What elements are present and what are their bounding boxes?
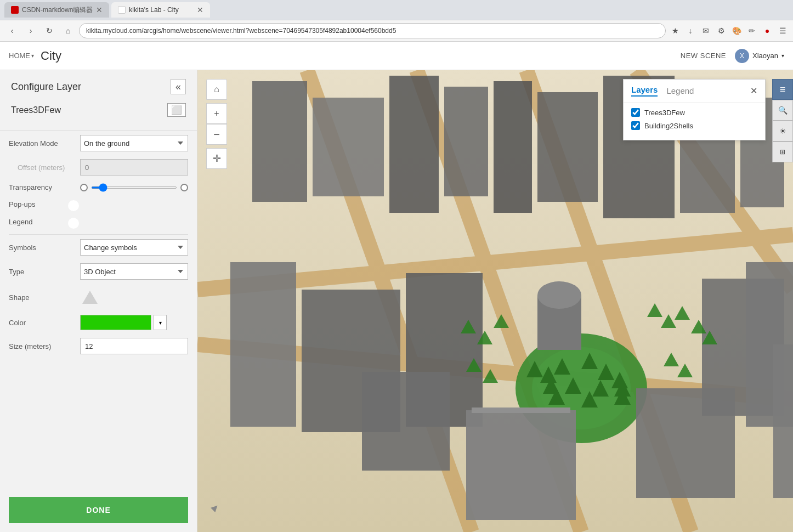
shape-label: Shape [9,293,80,302]
address-text: kikita.mycloud.com/arcgis/home/webscene/… [86,27,396,35]
compass-icon: ▲ [207,499,224,516]
user-name: Xiaoyan [752,52,778,60]
sun-lighting-button[interactable]: ☀ [772,121,793,142]
offset-row: Offset (meters) [9,159,188,176]
shape-row: Shape [9,287,188,307]
svg-rect-11 [494,81,532,213]
svg-point-54 [537,281,581,309]
red-icon[interactable]: ● [761,25,773,37]
edit-icon[interactable]: ✏ [746,25,758,37]
size-input[interactable] [80,338,188,354]
building-layer-checkbox[interactable] [631,121,640,130]
svg-rect-49 [472,408,570,413]
menu-icon[interactable]: ☰ [777,25,789,37]
email-icon[interactable]: ✉ [700,25,712,37]
size-row: Size (meters) [9,338,188,354]
bookmark-icon[interactable]: ★ [669,25,681,37]
layer-expand-button[interactable]: ⬜ [167,103,186,117]
legend-tab[interactable]: Legend [666,86,694,95]
app-bar: HOME ▾ City NEW SCENE X Xiaoyan ▾ [0,42,793,70]
layers-panel-close-icon[interactable]: ✕ [750,86,757,96]
app-bar-right: NEW SCENE X Xiaoyan ▾ [681,49,784,63]
shape-preview[interactable] [80,287,100,307]
right-toolbar: ≡ 🔍 ☀ ⊞ [772,79,793,162]
slider-right-icon [180,184,188,191]
transparency-row: Transparency [9,183,188,191]
address-bar[interactable]: kikita.mycloud.com/arcgis/home/webscene/… [79,23,666,38]
size-label: Size (meters) [9,342,80,350]
shape-control [80,287,188,307]
csdn-favicon-icon [11,6,19,14]
pan-button[interactable]: ✛ [206,148,227,169]
zoom-in-button[interactable]: + [206,103,227,124]
symbols-control: Change symbols [80,239,188,256]
color-swatch: ▾ [80,315,188,330]
gear-icon[interactable]: ⚙ [715,25,727,37]
new-scene-button[interactable]: NEW SCENE [681,52,726,60]
layers-panel-toggle-button[interactable]: ≡ [772,79,793,100]
symbols-select[interactable]: Change symbols [80,239,188,256]
tab-csdn-close-icon[interactable]: ✕ [96,5,103,14]
symbols-row: Symbols Change symbols [9,239,188,256]
triangle-icon [82,291,98,304]
daylight-button[interactable]: ⊞ [772,142,793,162]
transparency-slider[interactable] [91,186,177,189]
tab-csdn[interactable]: CSDN-markdown编辑器 ✕ [4,2,109,18]
layers-panel-header: Layers Legend ✕ [624,80,765,103]
palette-icon[interactable]: 🎨 [730,25,743,37]
elevation-mode-row: Elevation Mode On the ground Relative to… [9,135,188,151]
nav-right-icons: ★ ↓ ✉ ⚙ 🎨 ✏ ● ☰ [669,25,789,37]
layers-tab[interactable]: Layers [631,85,658,97]
page-title: City [41,49,61,63]
home-nav[interactable]: HOME ▾ [9,52,34,60]
avatar: X [735,49,749,63]
map-toolbar: ⌂ + − ✛ [206,79,227,169]
zoom-out-button[interactable]: − [206,124,227,145]
tab-kikita-close-icon[interactable]: ✕ [197,5,203,14]
elevation-mode-control: On the ground Relative to ground Absolut… [80,135,188,151]
download-icon[interactable]: ↓ [684,25,696,37]
forward-button[interactable]: › [23,23,38,38]
home-view-button[interactable]: ⌂ [206,79,227,100]
elevation-mode-label: Elevation Mode [9,139,80,148]
slider-left-icon [80,184,88,191]
color-picker-button[interactable] [80,315,151,330]
done-button[interactable]: DONE [9,497,188,523]
search-map-button[interactable]: 🔍 [772,100,793,121]
user-info[interactable]: X Xiaoyan ▾ [735,49,784,63]
elevation-mode-select[interactable]: On the ground Relative to ground Absolut… [80,135,188,151]
panel-title: Configure Layer [11,81,81,93]
offset-label: Offset (meters) [9,163,80,172]
legend-row: Legend [9,217,188,227]
popups-toggle [80,199,188,209]
svg-rect-51 [636,388,735,498]
building-layer-label: Building2Shells [644,122,693,130]
map-area[interactable]: ⌂ + − ✛ Layers Legend ✕ Trees3DFew Bui [197,70,793,532]
tab-kikita[interactable]: kikita's Lab - City ✕ [111,2,210,18]
trees-layer-checkbox[interactable] [631,108,640,117]
tab-csdn-label: CSDN-markdown编辑器 [22,5,93,15]
panel-separator-2 [9,234,188,235]
list-item: Trees3DFew [631,108,757,117]
compass[interactable]: ▲ [207,499,224,516]
type-select[interactable]: 3D Object Icon Text [80,263,188,280]
type-control: 3D Object Icon Text [80,263,188,280]
color-dropdown-button[interactable]: ▾ [154,315,167,330]
svg-rect-9 [389,76,439,213]
home-button[interactable]: ⌂ [60,23,76,38]
back-button[interactable]: ‹ [4,23,20,38]
offset-input[interactable] [80,159,188,176]
browser-nav-bar: ‹ › ↻ ⌂ kikita.mycloud.com/arcgis/home/w… [0,20,793,42]
svg-rect-48 [466,410,576,520]
popups-row: Pop-ups [9,199,188,209]
svg-rect-7 [252,81,307,202]
trees-layer-label: Trees3DFew [644,109,685,117]
kikita-favicon-icon [118,6,126,14]
layer-name-label: Trees3DFew [11,105,61,115]
transparency-slider-container [80,184,188,191]
offset-control [80,159,188,176]
reload-button[interactable]: ↻ [42,23,57,38]
panel-collapse-button[interactable]: « [171,79,186,94]
layer-name-row: Trees3DFew ⬜ [0,99,197,126]
panel-header: Configure Layer « [0,70,197,99]
